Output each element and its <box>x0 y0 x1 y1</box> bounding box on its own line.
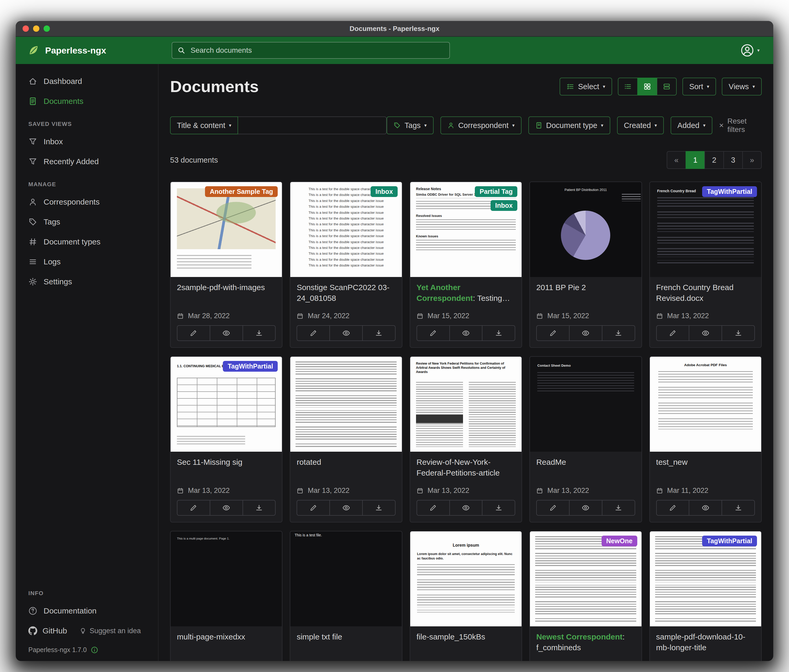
document-thumbnail[interactable]: Another Sample Tag <box>171 182 282 277</box>
download-button[interactable] <box>482 500 515 516</box>
sidebar-item-correspondents[interactable]: Correspondents <box>16 192 158 212</box>
document-title[interactable]: Review-of-New-York-Federal-Petitions-art… <box>417 457 515 478</box>
user-menu[interactable]: ▾ <box>740 43 773 57</box>
brand[interactable]: Paperless-ngx <box>16 44 158 57</box>
tag-badge[interactable]: TagWithPartial <box>702 536 757 546</box>
download-button[interactable] <box>602 325 635 341</box>
pagination-prev-button[interactable]: « <box>667 151 686 169</box>
document-thumbnail[interactable]: NewOne <box>530 532 641 626</box>
search-input[interactable] <box>190 46 444 55</box>
document-thumbnail[interactable]: TagWithPartial <box>650 532 761 626</box>
view-button[interactable] <box>210 325 243 341</box>
pagination-next-button[interactable]: » <box>742 151 762 169</box>
edit-button[interactable] <box>417 325 450 341</box>
document-thumbnail[interactable] <box>290 357 402 452</box>
document-title[interactable]: French Country Bread Revised.docx <box>656 282 755 304</box>
document-thumbnail[interactable]: TagWithPartial French Country Bread <box>650 182 761 277</box>
pagination-page-3[interactable]: 3 <box>724 151 743 169</box>
view-button[interactable] <box>689 500 722 516</box>
document-thumbnail[interactable]: Adobe Acrobat PDF Files <box>650 357 761 452</box>
document-title[interactable]: simple txt file <box>297 632 395 642</box>
suggest-idea-link[interactable]: Suggest an idea <box>80 627 141 635</box>
document-correspondent[interactable]: Newest Correspondent <box>536 632 622 641</box>
sidebar-item-tags[interactable]: Tags <box>16 212 158 232</box>
document-thumbnail[interactable]: This is a multi page document. Page 1. <box>171 532 282 626</box>
info-circle-icon[interactable] <box>91 646 98 654</box>
document-correspondent[interactable]: Yet Another Correspondent <box>417 283 473 303</box>
document-title[interactable]: ReadMe <box>536 457 635 468</box>
document-thumbnail[interactable]: TagWithPartial 1.1. CONTINUING MEDICAL E… <box>171 357 282 452</box>
tag-badge[interactable]: NewOne <box>602 536 637 546</box>
download-button[interactable] <box>362 500 396 516</box>
reset-filters-button[interactable]: × Reset filters <box>719 117 762 134</box>
minimize-window-button[interactable] <box>33 25 39 32</box>
document-title[interactable]: Sec 11-Missing sig <box>177 457 276 468</box>
download-button[interactable] <box>243 325 276 341</box>
document-title[interactable]: file-sample_150kBs <box>417 632 515 642</box>
document-thumbnail[interactable]: This is a test file. <box>290 532 402 626</box>
tags-filter-button[interactable]: Tags ▾ <box>387 116 433 134</box>
edit-button[interactable] <box>177 500 210 516</box>
tag-badge[interactable]: TagWithPartial <box>223 361 278 372</box>
document-title[interactable]: 2011 BP Pie 2 <box>536 282 635 293</box>
large-cards-view-button[interactable] <box>657 78 677 96</box>
document-thumbnail[interactable]: Lorem ipsum Lorem ipsum dolor sit amet, … <box>410 532 522 626</box>
document-title[interactable]: 2sample-pdf-with-images <box>177 282 276 293</box>
document-title[interactable]: Sonstige ScanPC2022 03-24_081058 <box>297 282 395 304</box>
created-filter-button[interactable]: Created ▾ <box>617 116 664 134</box>
list-view-button[interactable] <box>618 78 638 96</box>
document-thumbnail[interactable]: Partial TagInbox Release Notes Simba ODB… <box>410 182 522 277</box>
download-button[interactable] <box>722 500 755 516</box>
tag-badge[interactable]: Inbox <box>490 200 517 211</box>
tag-badge[interactable]: TagWithPartial <box>702 186 757 197</box>
sort-button[interactable]: Sort ▾ <box>682 78 716 96</box>
correspondent-filter-button[interactable]: Correspondent ▾ <box>441 116 522 134</box>
sidebar-item-document-types[interactable]: Document types <box>16 232 158 252</box>
sidebar-item-dashboard[interactable]: Dashboard <box>16 71 158 91</box>
view-button[interactable] <box>569 325 602 341</box>
sidebar-item-github[interactable]: GitHub <box>28 626 67 635</box>
document-thumbnail[interactable]: Contact Sheet Demo <box>530 357 641 452</box>
sidebar-item-documents[interactable]: Documents <box>16 91 158 111</box>
edit-button[interactable] <box>297 325 330 341</box>
document-type-filter-button[interactable]: Document type ▾ <box>529 116 610 134</box>
select-button[interactable]: Select ▾ <box>560 78 612 96</box>
edit-button[interactable] <box>177 325 210 341</box>
views-button[interactable]: Views ▾ <box>722 78 762 96</box>
pagination-page-1[interactable]: 1 <box>685 151 705 169</box>
edit-button[interactable] <box>417 500 450 516</box>
view-button[interactable] <box>449 325 483 341</box>
edit-button[interactable] <box>536 325 570 341</box>
title-content-filter-button[interactable]: Title & content ▾ <box>170 116 238 134</box>
download-button[interactable] <box>722 325 755 341</box>
grid-view-button[interactable] <box>637 78 657 96</box>
tag-badge[interactable]: Partial Tag <box>475 186 517 197</box>
edit-button[interactable] <box>297 500 330 516</box>
added-filter-button[interactable]: Added ▾ <box>671 116 712 134</box>
download-button[interactable] <box>243 500 276 516</box>
document-title[interactable]: multi-page-mixedxx <box>177 632 276 642</box>
sidebar-item-recently-added[interactable]: Recently Added <box>16 151 158 172</box>
sidebar-item-inbox[interactable]: Inbox <box>16 132 158 151</box>
edit-button[interactable] <box>656 500 690 516</box>
document-title[interactable]: test_new <box>656 457 755 468</box>
close-window-button[interactable] <box>22 25 29 32</box>
view-button[interactable] <box>689 325 722 341</box>
download-button[interactable] <box>602 500 635 516</box>
document-thumbnail[interactable]: Inbox This is a test for the double spac… <box>290 182 402 277</box>
sidebar-item-logs[interactable]: Logs <box>16 252 158 272</box>
edit-button[interactable] <box>656 325 690 341</box>
download-button[interactable] <box>482 325 515 341</box>
document-title[interactable]: sample-pdf-download-10-mb-longer-title <box>656 632 755 653</box>
sidebar-item-settings[interactable]: Settings <box>16 272 158 292</box>
title-content-filter-input[interactable] <box>238 116 387 134</box>
document-thumbnail[interactable]: Patient BP Distribution 2011 <box>530 182 641 277</box>
sidebar-item-documentation[interactable]: Documentation <box>16 601 158 621</box>
tag-badge[interactable]: Another Sample Tag <box>205 186 278 197</box>
document-title[interactable]: rotated <box>297 457 395 468</box>
download-button[interactable] <box>362 325 396 341</box>
view-button[interactable] <box>329 500 363 516</box>
view-button[interactable] <box>210 500 243 516</box>
zoom-window-button[interactable] <box>43 25 50 32</box>
document-title[interactable]: Newest Correspondent: f_combineds <box>536 632 635 653</box>
